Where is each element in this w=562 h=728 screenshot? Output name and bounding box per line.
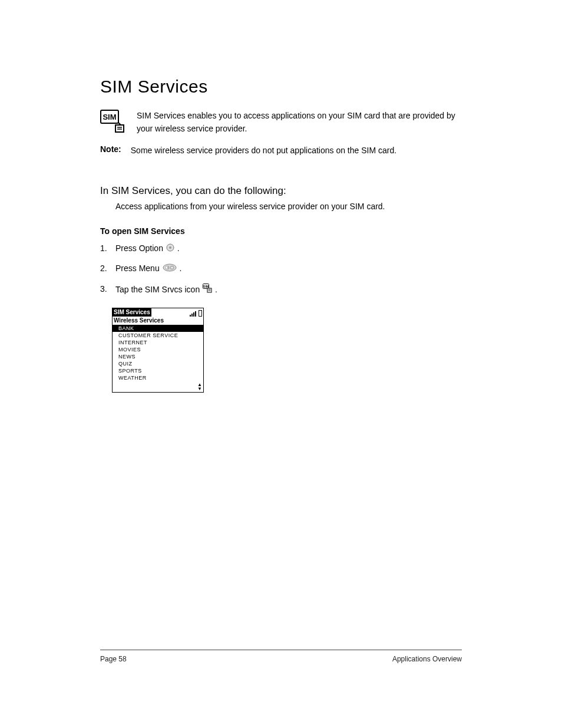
screenshot-list-item: SPORTS bbox=[113, 367, 203, 374]
screenshot-list-item: BANK bbox=[113, 325, 203, 332]
svg-point-7 bbox=[169, 246, 171, 249]
page-title: SIM Services bbox=[100, 77, 462, 97]
footer-page-number: Page 58 bbox=[100, 655, 127, 663]
screenshot-list-item: MOVIES bbox=[113, 346, 203, 353]
note-label: Note: bbox=[100, 144, 121, 157]
document-page: SIM Services SIM SIM Services enables yo… bbox=[0, 0, 562, 728]
svg-point-8 bbox=[163, 264, 176, 271]
step-2-text-b: . bbox=[179, 263, 181, 273]
step-3-text-a: Tap the SIM Srvcs icon bbox=[115, 284, 202, 294]
step-2-text-a: Press Menu bbox=[115, 263, 162, 273]
intro-row: SIM SIM Services enables you to access a… bbox=[100, 110, 462, 135]
svg-rect-3 bbox=[115, 125, 124, 132]
menu-key-icon bbox=[163, 263, 177, 275]
sim-services-icon: SIM bbox=[100, 110, 126, 133]
step-3: Tap the SIM Srvcs icon SIM . bbox=[100, 284, 462, 297]
option-key-icon bbox=[166, 243, 174, 255]
sim-srvcs-icon: SIM bbox=[203, 284, 212, 297]
section-subtitle: In SIM Services, you can do the followin… bbox=[100, 185, 462, 197]
svg-text:SIM: SIM bbox=[103, 113, 116, 121]
footer-section: Applications Overview bbox=[392, 655, 462, 663]
procedure-steps: Press Option . Press Menu . Tap the SIM … bbox=[100, 243, 462, 296]
screenshot-title: SIM Services bbox=[113, 308, 151, 317]
svg-rect-14 bbox=[207, 288, 211, 292]
step-1: Press Option . bbox=[100, 243, 462, 255]
step-3-text-b: . bbox=[215, 284, 217, 294]
note-row: Note: Some wireless service providers do… bbox=[100, 144, 462, 157]
intro-text: SIM Services enables you to access appli… bbox=[137, 110, 462, 135]
screenshot-scroll-indicator: ▲▼ bbox=[113, 383, 203, 392]
page-footer: Page 58 Applications Overview bbox=[100, 650, 462, 663]
svg-point-11 bbox=[171, 266, 173, 268]
screenshot-status-icons bbox=[190, 308, 203, 317]
screenshot-list-item: QUIZ bbox=[113, 360, 203, 367]
screenshot-list-item: NEWS bbox=[113, 353, 203, 360]
procedure-title: To open SIM Services bbox=[100, 226, 462, 236]
screenshot-list-item: WEATHER bbox=[113, 374, 203, 381]
signal-icon bbox=[190, 311, 196, 317]
svg-text:SIM: SIM bbox=[203, 285, 209, 288]
screenshot-list: BANKCUSTOMER SERVICEINTERNETMOVIESNEWSQU… bbox=[113, 325, 203, 383]
screenshot-category: Wireless Services bbox=[113, 317, 203, 325]
step-1-text-b: . bbox=[177, 243, 180, 253]
device-screenshot: SIM Services Wireless Services BANKCUSTO… bbox=[112, 308, 204, 393]
step-1-text-a: Press Option bbox=[115, 243, 166, 253]
screenshot-list-item: CUSTOMER SERVICE bbox=[113, 332, 203, 339]
note-text: Some wireless service providers do not p… bbox=[131, 144, 396, 157]
battery-icon bbox=[199, 310, 202, 317]
screenshot-titlebar: SIM Services bbox=[113, 308, 203, 317]
step-2: Press Menu . bbox=[100, 263, 462, 275]
screenshot-list-item: INTERNET bbox=[113, 339, 203, 346]
section-description: Access applications from your wireless s… bbox=[115, 202, 462, 211]
